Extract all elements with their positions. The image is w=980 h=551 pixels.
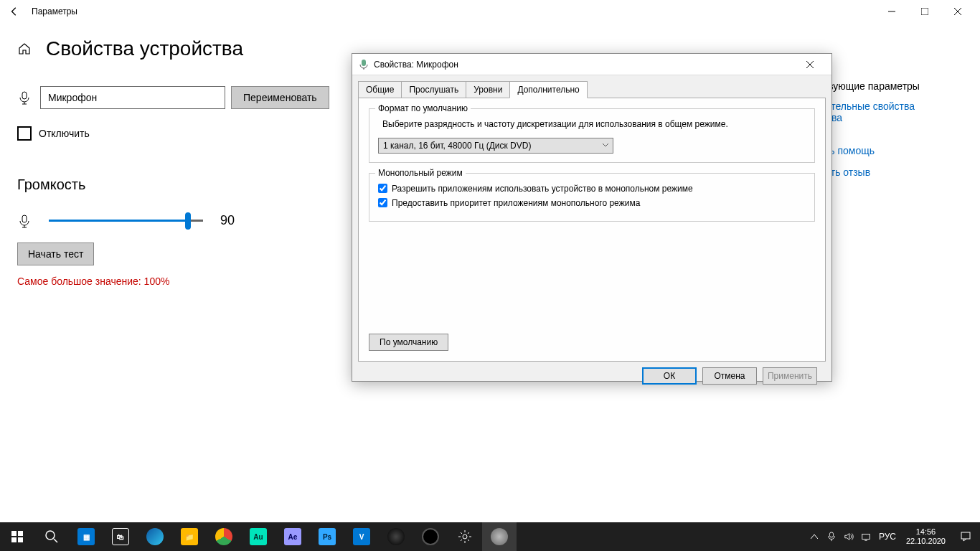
default-format-title: Формат по умолчанию: [375, 103, 471, 113]
cancel-button[interactable]: Отмена: [702, 367, 757, 385]
back-button[interactable]: [6, 3, 23, 20]
tab-levels[interactable]: Уровни: [466, 81, 510, 98]
exclusive-priority-checkbox[interactable]: [378, 198, 387, 207]
chevron-down-icon: [603, 143, 608, 147]
format-value: 1 канал, 16 бит, 48000 Гц (Диск DVD): [383, 141, 531, 151]
minimize-button[interactable]: [875, 0, 908, 23]
taskbar-app-photoshop[interactable]: Ps: [310, 522, 344, 551]
svg-rect-5: [22, 215, 27, 222]
tray-time: 14:56: [906, 527, 946, 537]
rename-button[interactable]: Переименовать: [231, 86, 329, 109]
microphone-icon: [358, 59, 369, 70]
tray-notifications-icon[interactable]: [951, 522, 980, 551]
tab-panel-advanced: Формат по умолчанию Выберите разрядность…: [358, 98, 826, 362]
format-dropdown[interactable]: 1 канал, 16 бит, 48000 Гц (Диск DVD): [378, 138, 613, 154]
svg-rect-17: [862, 534, 870, 540]
dialog-close-button[interactable]: [793, 54, 826, 75]
window-controls: [875, 0, 974, 23]
volume-value: 90: [220, 213, 235, 228]
system-tray: РУС 14:56 22.10.2020: [806, 522, 980, 551]
default-format-desc: Выберите разрядность и частоту дискретиз…: [378, 119, 806, 131]
tray-microphone-icon[interactable]: [823, 522, 840, 551]
microphone-properties-dialog: Свойства: Микрофон Общие Прослушать Уров…: [352, 53, 832, 382]
taskbar: ▦ 🛍 📁 Au Ae Ps V РУС 14:56 22.10.2020: [0, 522, 980, 551]
ok-button[interactable]: ОК: [642, 367, 697, 385]
svg-line-14: [54, 539, 57, 542]
taskbar-app-cinema4d[interactable]: [379, 522, 413, 551]
window-title: Параметры: [32, 6, 77, 17]
restore-defaults-button[interactable]: По умолчанию: [369, 334, 448, 351]
tray-language[interactable]: РУС: [875, 532, 900, 542]
tray-chevron-up-icon[interactable]: [806, 522, 823, 551]
allow-exclusive-checkbox[interactable]: [378, 184, 387, 193]
start-test-button[interactable]: Начать тест: [17, 242, 94, 265]
tray-volume-icon[interactable]: [840, 522, 857, 551]
svg-rect-19: [961, 532, 970, 539]
svg-rect-4: [22, 92, 27, 99]
disable-label: Отключить: [39, 128, 90, 139]
taskbar-app-vegas[interactable]: V: [344, 522, 379, 551]
taskbar-app-chrome[interactable]: [207, 522, 241, 551]
tray-clock[interactable]: 14:56 22.10.2020: [900, 527, 951, 546]
dialog-tabs: Общие Прослушать Уровни Дополнительно: [358, 81, 826, 98]
default-format-group: Формат по умолчанию Выберите разрядность…: [369, 108, 815, 163]
page-title: Свойства устройства: [46, 37, 243, 60]
tray-date: 22.10.2020: [906, 537, 946, 546]
microphone-icon: [17, 90, 32, 105]
apply-button[interactable]: Применить: [763, 367, 817, 385]
exclusive-mode-group: Монопольный режим Разрешить приложениям …: [369, 173, 815, 222]
exclusive-priority-row[interactable]: Предоставить приоритет приложениям моноп…: [378, 198, 806, 208]
svg-rect-10: [18, 531, 23, 536]
dialog-titlebar[interactable]: Свойства: Микрофон: [352, 54, 831, 75]
device-name-input[interactable]: [40, 86, 225, 109]
exclusive-mode-title: Монопольный режим: [375, 168, 466, 178]
taskbar-app-store[interactable]: 🛍: [103, 522, 138, 551]
disable-checkbox[interactable]: [17, 126, 32, 141]
taskbar-app-aftereffects[interactable]: Ae: [275, 522, 310, 551]
svg-rect-16: [829, 532, 833, 537]
taskbar-app-active[interactable]: [482, 522, 517, 551]
close-button[interactable]: [941, 0, 974, 23]
slider-thumb[interactable]: [185, 212, 191, 230]
taskbar-app-edge[interactable]: [138, 522, 172, 551]
settings-titlebar: Параметры: [0, 0, 980, 23]
svg-rect-11: [11, 537, 17, 542]
svg-rect-1: [921, 8, 928, 15]
tray-network-icon[interactable]: [857, 522, 875, 551]
allow-exclusive-label: Разрешить приложениям использовать устро…: [392, 184, 693, 194]
taskbar-app-calculator[interactable]: ▦: [69, 522, 103, 551]
tab-general[interactable]: Общие: [358, 81, 402, 98]
taskbar-app-obs[interactable]: [413, 522, 448, 551]
svg-rect-12: [18, 537, 23, 542]
dialog-button-row: ОК Отмена Применить: [358, 362, 826, 390]
svg-rect-6: [362, 60, 366, 66]
svg-point-13: [46, 531, 55, 540]
home-icon[interactable]: [17, 42, 32, 56]
taskbar-app-audition[interactable]: Au: [241, 522, 275, 551]
search-button[interactable]: [34, 522, 69, 551]
taskbar-app-settings[interactable]: [448, 522, 482, 551]
tab-advanced[interactable]: Дополнительно: [509, 81, 587, 98]
dialog-title: Свойства: Микрофон: [374, 60, 458, 70]
start-button[interactable]: [0, 522, 34, 551]
microphone-icon: [17, 214, 32, 228]
allow-exclusive-row[interactable]: Разрешить приложениям использовать устро…: [378, 184, 806, 194]
taskbar-app-explorer[interactable]: 📁: [172, 522, 207, 551]
volume-slider[interactable]: [49, 220, 203, 222]
svg-rect-9: [11, 531, 17, 536]
tab-listen[interactable]: Прослушать: [401, 81, 466, 98]
svg-point-15: [463, 534, 467, 539]
maximize-button[interactable]: [908, 0, 941, 23]
exclusive-priority-label: Предоставить приоритет приложениям моноп…: [392, 198, 640, 208]
